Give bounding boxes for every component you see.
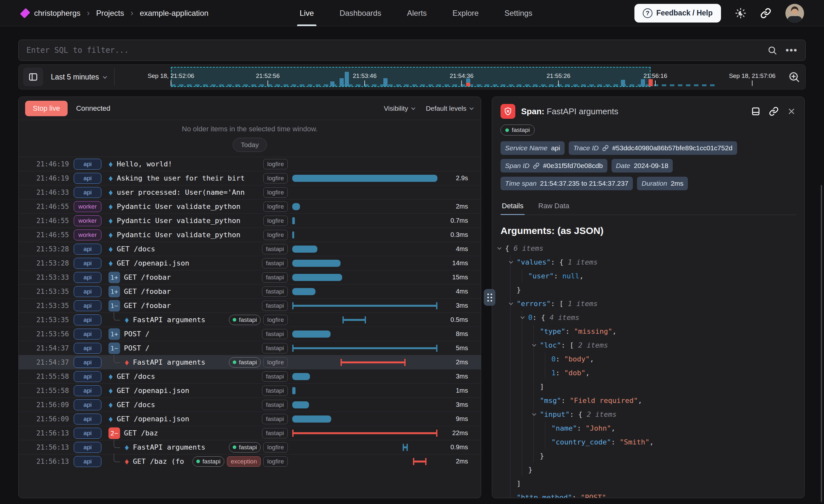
log-timestamp: 21:56:13 bbox=[36, 458, 74, 466]
log-row[interactable]: 21:46:19api♦Hello, world!logfire bbox=[19, 157, 481, 171]
breadcrumb-org[interactable]: christophergs bbox=[34, 9, 81, 18]
log-tags: logfire bbox=[263, 230, 288, 240]
log-row[interactable]: 21:53:56api1+POST /fastapi8ms bbox=[19, 327, 481, 341]
duration-bar-cell bbox=[292, 285, 437, 298]
stop-live-button[interactable]: Stop live bbox=[25, 101, 68, 116]
json-token: } bbox=[517, 286, 521, 294]
log-timestamp: 21:46:55 bbox=[36, 217, 74, 225]
expand-chevron-icon[interactable] bbox=[509, 260, 513, 264]
log-message-cell: ♦Pydantic User validate_python bbox=[108, 202, 263, 210]
panel-resize-handle[interactable] bbox=[484, 289, 495, 306]
json-token: "body" bbox=[564, 355, 590, 363]
copy-link-icon[interactable] bbox=[769, 107, 779, 116]
time-range-dropdown[interactable]: Last 5 minutes bbox=[51, 73, 106, 81]
breadcrumb-project[interactable]: example-application bbox=[140, 9, 208, 18]
meta-chip-date[interactable]: Date2024-09-18 bbox=[612, 159, 673, 173]
log-row[interactable]: 21:56:09api♦GET /docsfastapi3ms bbox=[19, 397, 481, 412]
nav-tab-explore[interactable]: Explore bbox=[452, 0, 479, 26]
log-row[interactable]: 21:56:09api♦GET /openapi.jsonfastapi9ms bbox=[19, 412, 481, 426]
timeline-selection[interactable] bbox=[171, 67, 650, 87]
expand-chevron-icon[interactable] bbox=[520, 315, 525, 319]
children-count-badge[interactable]: 1− bbox=[108, 342, 120, 354]
duration-bar-cell bbox=[292, 440, 437, 454]
meta-value: 2ms bbox=[671, 180, 684, 187]
json-token: 1 bbox=[551, 369, 555, 377]
log-tags: fastapi bbox=[262, 272, 288, 283]
breadcrumb-projects[interactable]: Projects bbox=[96, 9, 124, 18]
log-row[interactable]: 21:53:33api1+GET /foobarfastapi15ms bbox=[19, 270, 481, 284]
expand-chevron-icon[interactable] bbox=[497, 245, 502, 250]
indent-guide bbox=[522, 394, 522, 407]
tab-raw-data[interactable]: Raw Data bbox=[537, 199, 571, 215]
log-row[interactable]: 21:53:28api♦GET /docsfastapi4ms bbox=[19, 242, 481, 256]
service-tag-api: api bbox=[74, 258, 101, 269]
indent-guide bbox=[510, 269, 511, 283]
nav-tab-alerts[interactable]: Alerts bbox=[407, 0, 426, 26]
span-range-cap bbox=[342, 316, 344, 323]
log-row[interactable]: 21:54:37api1−POST /fastapi5ms bbox=[19, 341, 481, 355]
today-button[interactable]: Today bbox=[233, 138, 267, 152]
children-count-badge[interactable]: 1+ bbox=[108, 328, 120, 340]
meta-chip-service-name[interactable]: Service Nameapi bbox=[501, 141, 564, 155]
json-token: ] bbox=[517, 480, 521, 488]
nav-tab-settings[interactable]: Settings bbox=[504, 0, 532, 26]
timeline-track[interactable]: Sep 18, 21:52:0621:52:5621:53:4621:54:36… bbox=[19, 65, 805, 89]
meta-chip-span-id[interactable]: Span ID#0e31f5fd70e08cdb bbox=[501, 159, 607, 173]
expand-chevron-icon[interactable] bbox=[532, 342, 536, 346]
log-row[interactable]: 21:46:19api♦Asking the user for their bi… bbox=[19, 171, 481, 185]
log-row[interactable]: 21:53:35api1−GET /foobarfastapi3ms bbox=[19, 298, 481, 312]
dock-panel-icon[interactable] bbox=[751, 107, 760, 116]
log-row[interactable]: 21:55:58api♦GET /docsfastapi3ms bbox=[19, 369, 481, 383]
log-row[interactable]: 21:56:13api2−GET /bazfastapi22ms bbox=[19, 426, 481, 440]
meta-chip-trace-id[interactable]: Trace ID#53ddc40980a86b57bfe89c1cc01c752… bbox=[569, 141, 737, 155]
children-count-badge[interactable]: 1− bbox=[108, 300, 120, 312]
tab-details[interactable]: Details bbox=[501, 199, 525, 215]
nav-tab-live[interactable]: Live bbox=[300, 0, 314, 26]
log-row[interactable]: 21:53:35api♦FastAPI argumentsfastapilogf… bbox=[19, 312, 481, 327]
log-row[interactable]: 21:56:13api♦GET /baz (fofastapiexception… bbox=[19, 454, 481, 468]
nav-tab-dashboards[interactable]: Dashboards bbox=[339, 0, 381, 26]
log-row[interactable]: 21:46:55worker♦Pydantic User validate_py… bbox=[19, 213, 481, 227]
service-cell: api bbox=[74, 272, 106, 283]
meta-chip-duration[interactable]: Duration2ms bbox=[637, 177, 688, 190]
search-icon[interactable] bbox=[767, 45, 777, 55]
log-row[interactable]: 21:46:55worker♦Pydantic User validate_py… bbox=[19, 199, 481, 213]
sql-filter-bar[interactable]: Enter SQL to filter... ••• bbox=[18, 39, 806, 61]
log-row[interactable]: 21:53:28api♦GET /openapi.jsonfastapi14ms bbox=[19, 256, 481, 270]
duration-bar-cell bbox=[292, 384, 437, 397]
link-icon[interactable] bbox=[533, 163, 539, 169]
share-link-icon[interactable] bbox=[760, 8, 771, 19]
log-tags: fastapi bbox=[262, 286, 288, 297]
nav-tabs: LiveDashboardsAlertsExploreSettings bbox=[300, 0, 532, 26]
span-range-cap bbox=[436, 430, 437, 437]
breadcrumb[interactable]: christophergs › Projects › example-appli… bbox=[21, 8, 209, 18]
close-icon[interactable] bbox=[787, 107, 796, 116]
log-message-cell: ♦FastAPI arguments bbox=[108, 443, 229, 451]
timeline-zoom-in-button[interactable] bbox=[788, 71, 800, 83]
link-icon[interactable] bbox=[602, 145, 609, 151]
expand-chevron-icon[interactable] bbox=[509, 301, 513, 305]
scrollbar[interactable] bbox=[821, 185, 822, 502]
log-row[interactable]: 21:46:55worker♦Pydantic User validate_py… bbox=[19, 227, 481, 242]
log-row[interactable]: 21:56:13api♦FastAPI argumentsfastapilogf… bbox=[19, 440, 481, 454]
indent-guide bbox=[522, 269, 522, 283]
sql-filter-input[interactable]: Enter SQL to filter... bbox=[26, 46, 129, 55]
feedback-help-button[interactable]: ? Feedback / Help bbox=[634, 4, 721, 22]
children-count-badge[interactable]: 1+ bbox=[108, 272, 120, 283]
log-row[interactable]: 21:53:35api1+GET /foobarfastapi4ms bbox=[19, 284, 481, 298]
expand-chevron-icon[interactable] bbox=[532, 412, 536, 416]
indent-guide bbox=[510, 477, 511, 491]
duration-bar-cell bbox=[292, 455, 437, 468]
log-row[interactable]: 21:54:37api♦FastAPI argumentsfastapilogf… bbox=[19, 355, 481, 369]
tag-label: logfire bbox=[267, 175, 284, 182]
json-token: } bbox=[528, 466, 532, 474]
children-count-badge[interactable]: 1+ bbox=[108, 286, 120, 297]
children-count-badge[interactable]: 2− bbox=[108, 427, 120, 439]
log-row[interactable]: 21:46:33api♦user processed: User(name='A… bbox=[19, 185, 481, 199]
user-avatar[interactable] bbox=[785, 4, 804, 22]
theme-toggle-icon[interactable] bbox=[735, 8, 746, 19]
visibility-dropdown[interactable]: Visibility bbox=[384, 105, 414, 112]
default-levels-dropdown[interactable]: Default levels bbox=[426, 105, 473, 112]
log-row[interactable]: 21:55:58api♦GET /openapi.jsonfastapi1ms bbox=[19, 383, 481, 397]
meta-chip-time-span[interactable]: Time span21:54:37.235 to 21:54:37.237 bbox=[501, 177, 633, 190]
